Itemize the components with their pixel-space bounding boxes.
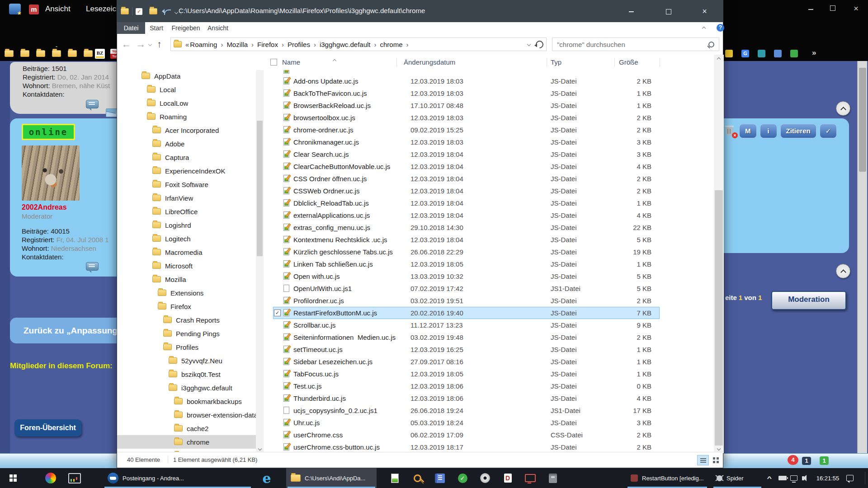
file-row[interactable]: RestartFirefoxButtonM.uc.js20.02.2016 19… [117, 307, 713, 319]
scroll-top-button[interactable] [836, 264, 850, 278]
nav-back-icon[interactable]: ← [122, 39, 131, 50]
file-row[interactable]: Seiteninformationen Medien.uc.js03.02.20… [117, 331, 713, 343]
list-scrollbar[interactable] [714, 55, 724, 453]
pm-bubble-icon[interactable] [86, 262, 99, 271]
search-input[interactable]: "chrome" durchsuchen [552, 38, 719, 51]
undo-icon[interactable] [164, 9, 171, 15]
taskbar-clock[interactable]: 16:21:55 [812, 468, 844, 488]
tab-freigeben[interactable]: Freigeben [168, 22, 204, 34]
pm-bubble-icon[interactable] [86, 100, 99, 108]
file-row[interactable]: ucjs_copysysinfo_0.2.uc.js126.06.2018 19… [117, 404, 713, 417]
breadcrumb-segment[interactable]: Firefox [257, 41, 278, 48]
file-row[interactable]: Dblclick_ReloadTab.uc.js12.03.2019 18:04… [117, 197, 713, 209]
select-all-checkbox[interactable] [270, 59, 277, 66]
forum-overview-button[interactable]: Foren-Übersicht [14, 419, 81, 436]
column-divider[interactable] [547, 58, 547, 67]
bookmark-folder-icon[interactable] [52, 50, 61, 57]
minimize-button[interactable] [621, 0, 642, 22]
breadcrumb-segment[interactable]: i3gghgwc.default [320, 41, 371, 48]
icons-view-button[interactable] [710, 455, 722, 465]
file-row[interactable]: Thunderbird.uc.js12.03.2019 18:06JS-Date… [117, 392, 713, 404]
file-row[interactable]: externalApplications.uc.js12.03.2019 18:… [117, 209, 713, 221]
scrollbar-thumb[interactable] [859, 68, 866, 172]
nav-forward-icon[interactable]: → [136, 39, 146, 50]
column-name[interactable]: Name [282, 58, 300, 66]
file-row[interactable]: BrowserBackReload.uc.js17.10.2017 08:48J… [117, 99, 713, 112]
breadcrumb-chevron-icon[interactable] [251, 41, 254, 48]
key-taskbar-button[interactable] [406, 468, 429, 488]
recent-locations-icon[interactable] [148, 42, 152, 46]
delete-post-button[interactable] [724, 124, 736, 138]
file-row[interactable]: ClearCacheButtonMovable.uc.js12.03.2019 … [117, 160, 713, 173]
column-size[interactable]: Größe [619, 58, 638, 66]
nav-up-icon[interactable]: ↑ [157, 39, 162, 50]
monitor-graph-icon[interactable] [67, 468, 82, 488]
scroll-up-icon[interactable] [714, 55, 724, 62]
remote-desktop-taskbar-button[interactable] [519, 468, 542, 488]
refresh-icon[interactable] [534, 39, 545, 50]
column-type[interactable]: Typ [551, 58, 561, 66]
checkbox-checked-icon[interactable] [274, 310, 281, 316]
file-row[interactable]: userChrome.css06.02.2019 17:09CSS-Datei2… [117, 429, 713, 441]
d-tool-taskbar-button[interactable] [496, 468, 519, 488]
breadcrumb-chevron-icon[interactable] [221, 41, 223, 48]
firefox-close-icon[interactable]: × [854, 4, 859, 14]
bookmark-folder-icon[interactable] [20, 50, 29, 57]
color-wheel-icon[interactable] [43, 468, 58, 488]
file-row[interactable]: CSS Ordner öffnen.uc.js12.03.2019 18:04J… [117, 173, 713, 185]
folder-icon[interactable] [121, 8, 129, 14]
file-row[interactable]: Kürzlich geschlossene Tabs.uc.js26.06.20… [117, 246, 713, 258]
antivirus-check-taskbar-button[interactable] [451, 468, 474, 488]
archive-box-taskbar-button[interactable] [542, 468, 564, 488]
network-icon[interactable] [790, 468, 801, 488]
email-icon[interactable] [106, 108, 118, 117]
breadcrumb-chevron-icon[interactable] [282, 41, 284, 48]
bookmark-manager-icon[interactable] [9, 4, 21, 14]
file-row[interactable]: Uhr.uc.js05.03.2019 18:24JS-Datei3 KB [117, 417, 713, 429]
bookmark-folder-icon[interactable] [68, 50, 77, 57]
notebook-taskbar-button[interactable] [429, 468, 451, 488]
file-row[interactable]: Kontextmenu Rechtsklick .uc.js12.03.2019… [117, 234, 713, 246]
file-row[interactable]: userChrome.css-button.uc.js12.03.2019 18… [117, 441, 713, 453]
breadcrumb-segment[interactable]: chrome [380, 41, 403, 48]
start-button[interactable] [0, 468, 26, 488]
folder-icon[interactable] [149, 8, 157, 14]
bookmark-folder-icon[interactable] [5, 50, 14, 57]
action-center-icon[interactable] [846, 468, 857, 488]
post-button-zitieren[interactable]: Zitieren [780, 124, 816, 138]
file-row[interactable]: extras_config_menu.uc.js29.10.2018 14:30… [117, 221, 713, 234]
task-explorer[interactable]: C:\Users\Andi\AppDa... [286, 468, 377, 488]
column-divider[interactable] [614, 58, 615, 67]
firefox-minimize-button[interactable] [808, 9, 813, 10]
task-thunderbird[interactable]: Posteingang - Andrea... [103, 468, 252, 488]
scroll-top-button[interactable] [836, 101, 850, 116]
tab-start[interactable]: Start [145, 22, 168, 34]
column-divider[interactable] [660, 58, 660, 67]
file-row[interactable]: Scrollbar.uc.js11.12.2017 13:23JS-Datei9… [117, 319, 713, 331]
back-to-anpassungen-button[interactable]: Zurück zu „Anpassungen“ [10, 318, 123, 343]
firefox-scrollbar[interactable] [857, 61, 867, 453]
maximize-button[interactable] [658, 0, 679, 22]
file-row[interactable]: TabFocus.uc.js12.03.2019 18:05JS-Datei1 … [117, 368, 713, 380]
help-icon[interactable] [717, 24, 724, 32]
file-row[interactable]: Linken Tab schließen.uc.js12.03.2019 18:… [117, 258, 713, 270]
post-button-i[interactable]: i [760, 124, 777, 138]
breadcrumb-segment[interactable]: Mozilla [226, 41, 248, 48]
moderation-button[interactable]: Moderation [771, 291, 846, 310]
ribbon-collapse-icon[interactable] [702, 27, 706, 30]
file-row[interactable]: Test.uc.js12.03.2019 18:06JS-Datei0 KB [117, 380, 713, 392]
tab-ansicht[interactable]: Ansicht [204, 22, 232, 34]
address-bar[interactable]: RoamingMozillaFirefoxProfilesi3gghgwc.de… [170, 38, 547, 51]
volume-icon[interactable] [802, 468, 813, 488]
bookmark-folder-icon[interactable] [84, 50, 93, 57]
bookmarks-overflow-icon[interactable]: » [812, 48, 816, 57]
file-row[interactable]: BackToTheFavicon.uc.js12.03.2019 18:03JS… [117, 87, 713, 99]
menu-ansicht[interactable]: Ansicht [45, 5, 71, 14]
teal-favicon-icon[interactable] [758, 50, 765, 57]
task-restartbutton[interactable]: RestartButton [erledig... [626, 468, 708, 488]
file-row[interactable]: Clear Search.uc.js12.03.2019 18:04JS-Dat… [117, 148, 713, 160]
details-view-button[interactable] [697, 455, 709, 465]
show-desktop-button[interactable] [865, 472, 865, 484]
task-spider[interactable]: Spider [712, 468, 763, 488]
breadcrumb-collapse-icon[interactable] [185, 41, 189, 48]
